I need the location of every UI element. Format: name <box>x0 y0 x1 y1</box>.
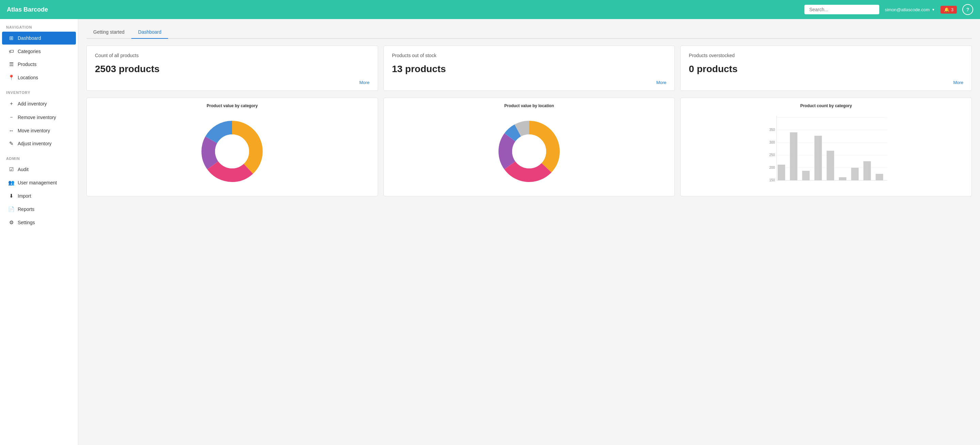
stat-label-out-of-stock: Products out of stock <box>392 53 667 58</box>
sidebar-label-audit: Audit <box>18 167 29 172</box>
chart-product-value-by-location: Product value by location <box>383 98 675 196</box>
user-menu[interactable]: simon@atlascode.com ▼ <box>885 7 935 12</box>
stat-label-overstocked: Products overstocked <box>689 53 963 58</box>
svg-point-10 <box>512 134 546 168</box>
admin-section-label: ADMIN <box>0 150 78 163</box>
chart-product-value-by-category: Product value by category <box>86 98 378 196</box>
app-logo: Atlas Barcode <box>7 6 799 13</box>
stat-cards-row: Count of all products 2503 products More… <box>86 46 972 91</box>
sidebar: NAVIGATION ⊞ Dashboard 🏷 Categories ☰ Pr… <box>0 19 78 445</box>
donut-svg-2 <box>495 118 563 186</box>
sidebar-item-locations[interactable]: 📍 Locations <box>2 71 76 84</box>
user-email: simon@atlascode.com <box>885 7 930 12</box>
svg-text:250: 250 <box>769 153 775 157</box>
sidebar-item-import[interactable]: ⬇ Import <box>2 189 76 202</box>
bar-9 <box>876 174 883 180</box>
sidebar-label-import: Import <box>18 193 31 199</box>
svg-text:350: 350 <box>769 128 775 132</box>
stat-more-out-of-stock[interactable]: More <box>392 80 667 85</box>
donut-svg-1 <box>198 118 266 186</box>
sidebar-label-user-management: User management <box>18 180 57 186</box>
sidebar-label-locations: Locations <box>18 75 38 80</box>
bar-6 <box>839 177 846 180</box>
sidebar-item-dashboard[interactable]: ⊞ Dashboard <box>2 32 76 44</box>
search-input[interactable] <box>804 5 879 14</box>
sidebar-item-reports[interactable]: 📄 Reports <box>2 203 76 216</box>
stat-card-out-of-stock: Products out of stock 13 products More <box>383 46 675 91</box>
stat-value-overstocked: 0 products <box>689 64 963 75</box>
tab-dashboard[interactable]: Dashboard <box>131 26 169 39</box>
sidebar-label-categories: Categories <box>18 49 41 54</box>
notification-count: 3 <box>951 7 953 12</box>
bar-7 <box>851 168 859 180</box>
sidebar-item-audit[interactable]: ☑ Audit <box>2 163 76 176</box>
products-icon: ☰ <box>8 61 14 67</box>
bar-8 <box>864 161 871 180</box>
bar-2 <box>790 132 798 180</box>
tab-bar: Getting started Dashboard <box>86 26 972 39</box>
move-icon: ↔ <box>8 127 14 134</box>
chart-title-2: Product value by location <box>389 103 669 108</box>
sidebar-item-products[interactable]: ☰ Products <box>2 58 76 71</box>
sidebar-label-adjust-inventory: Adjust inventory <box>18 141 52 146</box>
locations-icon: 📍 <box>8 75 14 81</box>
tab-getting-started[interactable]: Getting started <box>86 26 131 39</box>
stat-card-overstocked: Products overstocked 0 products More <box>680 46 972 91</box>
chart-title-3: Product count by category <box>686 103 966 108</box>
sidebar-item-add-inventory[interactable]: ＋ Add inventory <box>2 97 76 110</box>
bar-chart-container: 150 200 250 300 350 <box>686 112 966 191</box>
svg-text:150: 150 <box>769 178 775 182</box>
reports-icon: 📄 <box>8 206 14 212</box>
svg-point-4 <box>215 134 249 168</box>
bar-5 <box>827 151 834 180</box>
sidebar-label-move-inventory: Move inventory <box>18 128 50 134</box>
bell-icon: 🔔 <box>944 7 950 12</box>
bar-3 <box>802 171 810 180</box>
donut-chart-1 <box>92 112 372 191</box>
audit-icon: ☑ <box>8 166 14 173</box>
remove-icon: － <box>8 114 14 121</box>
svg-text:200: 200 <box>769 166 775 169</box>
dashboard-icon: ⊞ <box>8 35 14 41</box>
notification-button[interactable]: 🔔 3 <box>940 6 957 14</box>
sidebar-item-remove-inventory[interactable]: － Remove inventory <box>2 111 76 124</box>
stat-label-all-products: Count of all products <box>95 53 369 58</box>
layout: NAVIGATION ⊞ Dashboard 🏷 Categories ☰ Pr… <box>0 19 980 445</box>
question-icon: ? <box>966 7 969 12</box>
import-icon: ⬇ <box>8 193 14 199</box>
chevron-down-icon: ▼ <box>932 8 935 11</box>
bar-4 <box>815 136 822 180</box>
stat-value-out-of-stock: 13 products <box>392 64 667 75</box>
sidebar-item-move-inventory[interactable]: ↔ Move inventory <box>2 124 76 137</box>
bar-1 <box>778 165 785 180</box>
stat-value-all-products: 2503 products <box>95 64 369 75</box>
adjust-icon: ✎ <box>8 140 14 147</box>
chart-product-count-by-category: Product count by category <box>680 98 972 196</box>
sidebar-item-categories[interactable]: 🏷 Categories <box>2 45 76 57</box>
settings-icon: ⚙ <box>8 219 14 226</box>
sidebar-label-products: Products <box>18 62 37 67</box>
help-button[interactable]: ? <box>962 4 973 15</box>
inventory-section-label: INVENTORY <box>0 84 78 97</box>
chart-title-1: Product value by category <box>92 103 372 108</box>
sidebar-label-dashboard: Dashboard <box>18 35 41 41</box>
stat-card-all-products: Count of all products 2503 products More <box>86 46 378 91</box>
sidebar-label-add-inventory: Add inventory <box>18 101 47 106</box>
sidebar-label-reports: Reports <box>18 207 34 212</box>
sidebar-label-settings: Settings <box>18 220 35 225</box>
charts-row: Product value by category <box>86 98 972 196</box>
svg-text:300: 300 <box>769 140 775 144</box>
nav-section-label: NAVIGATION <box>0 19 78 31</box>
main-content: Getting started Dashboard Count of all p… <box>78 19 980 445</box>
sidebar-item-settings[interactable]: ⚙ Settings <box>2 216 76 229</box>
categories-icon: 🏷 <box>8 48 14 54</box>
users-icon: 👥 <box>8 180 14 186</box>
stat-more-overstocked[interactable]: More <box>689 80 963 85</box>
sidebar-item-adjust-inventory[interactable]: ✎ Adjust inventory <box>2 137 76 150</box>
add-icon: ＋ <box>8 100 14 107</box>
stat-more-all-products[interactable]: More <box>95 80 369 85</box>
sidebar-item-user-management[interactable]: 👥 User management <box>2 176 76 189</box>
donut-chart-2 <box>389 112 669 191</box>
header: Atlas Barcode simon@atlascode.com ▼ 🔔 3 … <box>0 0 980 19</box>
sidebar-label-remove-inventory: Remove inventory <box>18 114 56 120</box>
